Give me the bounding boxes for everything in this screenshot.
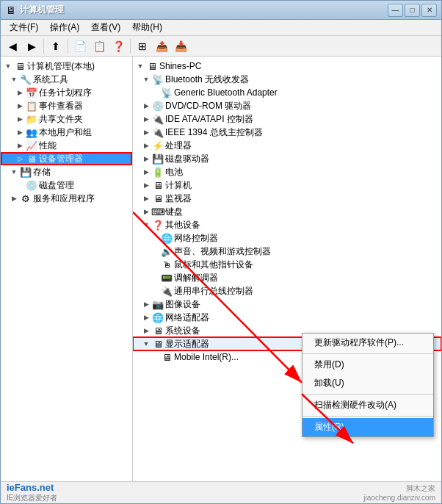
forward-button[interactable]: ▶ bbox=[23, 38, 40, 54]
right-tree-bt[interactable]: ▼ 📡 Bluetooth 无线收发器 bbox=[133, 73, 441, 86]
right-tree-mouse[interactable]: ▶ 🖱 鼠标和其他指针设备 bbox=[133, 258, 441, 271]
icon-disk: 💾 bbox=[152, 153, 164, 165]
main-window: 🖥 计算机管理 — □ ✕ 文件(F) 操作(A) 查看(V) 帮助(H) ◀ … bbox=[0, 0, 442, 504]
right-tree-ide[interactable]: ▶ 🔌 IDE ATA/ATAPI 控制器 bbox=[133, 112, 441, 126]
tree-item-task-sched[interactable]: ▶ 📅 任务计划程序 bbox=[1, 86, 132, 99]
label-monitor: 监视器 bbox=[165, 192, 192, 205]
expand-sys-tools[interactable]: ▼ bbox=[10, 75, 18, 84]
expand-display[interactable]: ▼ bbox=[142, 339, 151, 348]
tree-item-perf[interactable]: ▶ 📈 性能 bbox=[1, 139, 132, 152]
ctx-uninstall[interactable]: 卸载(U) bbox=[302, 374, 433, 392]
up-button[interactable]: ⬆ bbox=[47, 38, 65, 54]
right-tree-pc[interactable]: ▼ 🖥 Shines-PC bbox=[133, 60, 441, 73]
tree-item-event[interactable]: ▶ 📋 事件查看器 bbox=[1, 99, 132, 112]
expand-ide[interactable]: ▶ bbox=[142, 115, 151, 123]
menu-action[interactable]: 操作(A) bbox=[44, 20, 85, 35]
right-tree-other[interactable]: ▼ ❓ 其他设备 bbox=[133, 218, 441, 231]
site-name: ieFans.net bbox=[7, 482, 57, 493]
tree-item-root[interactable]: ▼ 🖥 计算机管理(本地) bbox=[1, 60, 132, 73]
right-tree-net-ctrl[interactable]: ▶ 🌐 网络控制器 bbox=[133, 231, 441, 245]
icon-monitor: 🖥 bbox=[152, 192, 164, 204]
expand-keyboard[interactable]: ▶ bbox=[142, 207, 151, 216]
minimize-button[interactable]: — bbox=[388, 4, 403, 17]
tree-item-sys-tools[interactable]: ▼ 🔧 系统工具 bbox=[1, 73, 132, 86]
tree-item-svc-apps[interactable]: ▶ ⚙ 服务和应用程序 bbox=[1, 192, 132, 205]
expand-task[interactable]: ▶ bbox=[15, 88, 24, 97]
tree-item-local-users[interactable]: ▶ 👥 本地用户和组 bbox=[1, 126, 132, 139]
toolbar: ◀ ▶ ⬆ 📄 📋 ❓ ⊞ 📤 📥 bbox=[1, 36, 441, 57]
icon-display: 🖥 bbox=[152, 338, 164, 350]
maximize-button[interactable]: □ bbox=[405, 4, 420, 17]
expand-dvd[interactable]: ▶ bbox=[142, 101, 151, 110]
expand-ieee[interactable]: ▶ bbox=[142, 128, 151, 137]
label-keyboard: 键盘 bbox=[165, 206, 183, 218]
right-tree-imaging[interactable]: ▶ 📷 图像设备 bbox=[133, 298, 441, 311]
label-net-ctrl: 网络控制器 bbox=[174, 232, 218, 245]
icon-storage: 💾 bbox=[20, 166, 32, 178]
icon-svc-apps: ⚙ bbox=[20, 192, 32, 204]
expand-bt[interactable]: ▼ bbox=[142, 75, 151, 84]
label-dev-mgr: 设备管理器 bbox=[39, 153, 83, 165]
expand-shared[interactable]: ▶ bbox=[15, 115, 24, 123]
right-tree-monitor[interactable]: ▶ 🖥 监视器 bbox=[133, 192, 441, 205]
expand-users[interactable]: ▶ bbox=[15, 128, 24, 137]
expand-monitor[interactable]: ▶ bbox=[142, 194, 151, 203]
properties-button[interactable]: 📋 bbox=[90, 38, 108, 54]
tree-item-dev-mgr[interactable]: ▷ 🖥 设备管理器 bbox=[1, 152, 132, 165]
expand-dev-mgr[interactable]: ▷ bbox=[15, 154, 24, 163]
expand-other[interactable]: ▼ bbox=[142, 220, 151, 229]
expand-net-adapter[interactable]: ▶ bbox=[142, 313, 151, 322]
back-button[interactable]: ◀ bbox=[4, 38, 21, 54]
export-button[interactable]: 📤 bbox=[153, 38, 170, 54]
right-tree-dvd[interactable]: ▶ 💿 DVD/CD-ROM 驱动器 bbox=[133, 99, 441, 112]
label-svc-apps: 服务和应用程序 bbox=[33, 192, 95, 205]
menu-view[interactable]: 查看(V) bbox=[85, 20, 126, 35]
right-tree-keyboard[interactable]: ▶ ⌨ 键盘 bbox=[133, 205, 441, 218]
label-audio: 声音、视频和游戏控制器 bbox=[174, 245, 271, 258]
show-hide-button[interactable]: 📄 bbox=[71, 38, 89, 54]
tree-item-shared[interactable]: ▶ 📁 共享文件夹 bbox=[1, 112, 132, 126]
expand-battery[interactable]: ▶ bbox=[142, 168, 151, 176]
tree-item-storage[interactable]: ▼ 💾 存储 bbox=[1, 165, 132, 179]
right-tree-audio[interactable]: ▶ 🔊 声音、视频和游戏控制器 bbox=[133, 245, 441, 258]
right-tree-net-adapter[interactable]: ▶ 🌐 网络适配器 bbox=[133, 311, 441, 324]
menu-help[interactable]: 帮助(H) bbox=[126, 20, 168, 35]
right-tree-modem[interactable]: ▶ 📟 调解解调器 bbox=[133, 271, 441, 284]
ctx-disable[interactable]: 禁用(D) bbox=[302, 356, 433, 374]
expand-perf[interactable]: ▶ bbox=[15, 141, 24, 150]
right-tree-disk[interactable]: ▶ 💾 磁盘驱动器 bbox=[133, 152, 441, 165]
right-tree-battery[interactable]: ▶ 🔋 电池 bbox=[133, 165, 441, 179]
expand-sys-dev[interactable]: ▶ bbox=[142, 326, 151, 335]
views-button[interactable]: ⊞ bbox=[134, 38, 151, 54]
expand-svc-apps[interactable]: ▶ bbox=[10, 194, 18, 203]
label-cpu: 处理器 bbox=[165, 140, 192, 152]
toolbar-separator3 bbox=[130, 39, 131, 54]
expand-pc[interactable]: ▼ bbox=[136, 62, 145, 71]
expand-cpu[interactable]: ▶ bbox=[142, 141, 151, 150]
right-tree-computer[interactable]: ▶ 🖥 计算机 bbox=[133, 179, 441, 192]
ctx-properties[interactable]: 属性(R) bbox=[302, 418, 433, 436]
expand-imaging[interactable]: ▶ bbox=[142, 300, 151, 309]
icon-cpu: ⚡ bbox=[152, 140, 164, 151]
close-button[interactable]: ✕ bbox=[421, 4, 437, 17]
tree-item-disk-mgr[interactable]: ▶ 💿 磁盘管理 bbox=[1, 179, 132, 192]
expand-storage[interactable]: ▼ bbox=[10, 168, 18, 176]
expand-disk[interactable]: ▶ bbox=[142, 154, 151, 163]
expand-root[interactable]: ▼ bbox=[4, 62, 12, 71]
ctx-update-driver[interactable]: 更新驱动程序软件(P)... bbox=[302, 334, 433, 352]
help-button[interactable]: ❓ bbox=[109, 38, 127, 54]
icon-sys-dev: 🖥 bbox=[152, 325, 164, 336]
right-tree-ieee[interactable]: ▶ 🔌 IEEE 1394 总线主控制器 bbox=[133, 126, 441, 139]
ctx-scan[interactable]: 扫描检测硬件改动(A) bbox=[302, 396, 433, 414]
right-tree-bt-adapter[interactable]: ▶ 📡 Generic Bluetooth Adapter bbox=[133, 86, 441, 99]
import-button[interactable]: 📥 bbox=[172, 38, 189, 54]
icon-modem: 📟 bbox=[161, 272, 173, 284]
content-area: ▼ 🖥 计算机管理(本地) ▼ 🔧 系统工具 ▶ 📅 任务计划程序 bbox=[1, 57, 441, 481]
right-tree-usb[interactable]: ▶ 🔌 通用串行总线控制器 bbox=[133, 284, 441, 298]
icon-task: 📅 bbox=[26, 87, 37, 98]
menu-file[interactable]: 文件(F) bbox=[4, 20, 44, 35]
expand-event[interactable]: ▶ bbox=[15, 101, 24, 110]
right-tree-cpu[interactable]: ▶ ⚡ 处理器 bbox=[133, 139, 441, 152]
expand-computer[interactable]: ▶ bbox=[142, 181, 151, 190]
label-usb: 通用串行总线控制器 bbox=[174, 285, 253, 298]
